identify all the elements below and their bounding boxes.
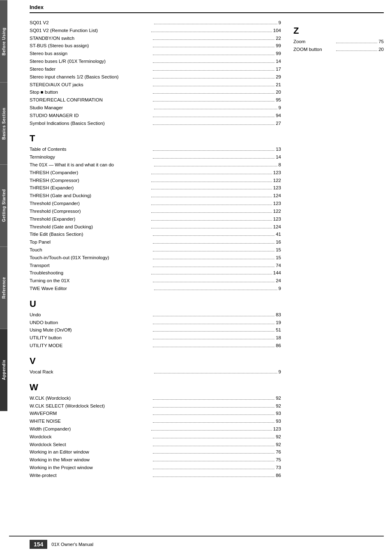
list-item: The 01X — What it is and what it can do …: [30, 161, 281, 169]
list-item: Stereo input channels 1/2 (Basics Sectio…: [30, 74, 281, 81]
list-item: THRESH (Gate and Ducking) 124: [30, 192, 281, 200]
columns-layout: SQ01 V2 9 SQ01 V2 (Remote Function List)…: [30, 19, 384, 480]
list-item: WAVEFORM 93: [30, 410, 281, 417]
left-column: SQ01 V2 9 SQ01 V2 (Remote Function List)…: [30, 19, 281, 480]
page-number: 154: [30, 540, 47, 549]
tab-appendix[interactable]: Appendix: [0, 329, 7, 411]
main-content: Index SQ01 V2 9 SQ01 V2 (Remote Function…: [9, 0, 392, 488]
list-item: UTILITY MODE 86: [30, 342, 281, 350]
list-item: W.CLK SELECT (Wordclock Select) 92: [30, 403, 281, 410]
list-item: Undo 83: [30, 311, 281, 319]
list-item: Top Panel 16: [30, 239, 281, 246]
tab-getting-started[interactable]: Getting Started: [0, 164, 7, 246]
footer-divider: [9, 536, 384, 537]
list-item: Working in an Editor window 76: [30, 449, 281, 456]
list-item: Stereo buses L/R (01X Terminology) 14: [30, 58, 281, 65]
s-section: SQ01 V2 9 SQ01 V2 (Remote Function List)…: [30, 19, 281, 127]
tab-before-using[interactable]: Before Using: [0, 0, 7, 82]
list-item: Terminology 14: [30, 154, 281, 161]
list-item: SQ01 V2 9: [30, 19, 281, 27]
list-item: Threshold (Gate and Ducking) 124: [30, 223, 281, 231]
z-section: Z Zoom 75 ZOOM button 20: [293, 25, 384, 53]
list-item: ST-BUS (Stereo bus assign) 99: [30, 42, 281, 50]
list-item: Using Mute (On/Off) 51: [30, 327, 281, 334]
section-letter-t: T: [30, 133, 281, 144]
list-item: Width (Compander) 123: [30, 426, 281, 433]
list-item: Zoom 75: [293, 38, 384, 46]
section-letter-z: Z: [293, 25, 384, 36]
list-item: Wordclock 92: [30, 433, 281, 441]
w-section: W W.CLK (Wordclock) 92 W.CLK SELECT (Wor…: [30, 382, 281, 479]
list-item: Symbol Indications (Basics Section) 27: [30, 120, 281, 127]
list-item: Table of Contents 13: [30, 146, 281, 153]
list-item: THRESH (Compander) 123: [30, 169, 281, 177]
list-item: Studio Manager 9: [30, 104, 281, 112]
list-item: Touch 15: [30, 246, 281, 254]
list-item: Turning on the 01X 24: [30, 277, 281, 285]
list-item: STUDIO MANAGER ID 94: [30, 112, 281, 120]
t-section: T Table of Contents 13 Terminology 14 Th…: [30, 133, 281, 292]
list-item: THRESH (Expander) 123: [30, 184, 281, 192]
list-item: STEREO/AUX OUT jacks 21: [30, 81, 281, 89]
v-section: V Vocal Rack 9: [30, 356, 281, 376]
list-item: UNDO button 19: [30, 319, 281, 327]
list-item: STANDBY/ON switch 22: [30, 35, 281, 42]
list-item: Vocal Rack 9: [30, 368, 281, 376]
tab-reference[interactable]: Reference: [0, 246, 7, 329]
list-item: Transport 74: [30, 262, 281, 269]
side-tabs: Before Using Basics Section Getting Star…: [0, 0, 7, 555]
page-title: Index: [30, 4, 44, 10]
list-item: Troubleshooting 144: [30, 269, 281, 277]
list-item: Write-protect 86: [30, 472, 281, 479]
list-item: Title Edit (Basics Section) 41: [30, 231, 281, 238]
list-item: Wordclock Select 92: [30, 441, 281, 449]
list-item: Stereo fader 17: [30, 66, 281, 73]
page-footer: 154 01X Owner's Manual: [9, 540, 392, 549]
right-column: Z Zoom 75 ZOOM button 20: [293, 19, 384, 480]
page-header: Index: [30, 4, 384, 13]
list-item: THRESH (Compressor) 122: [30, 177, 281, 184]
list-item: STORE/RECALL CONFIRMATION 95: [30, 97, 281, 104]
list-item: WHITE NOISE 93: [30, 418, 281, 425]
tab-basics-section[interactable]: Basics Section: [0, 82, 7, 164]
u-section: U Undo 83 UNDO button 19 Using Mute (On/…: [30, 299, 281, 350]
list-item: TWE Wave Editor 9: [30, 285, 281, 292]
list-item: UTILITY button 18: [30, 334, 281, 342]
section-letter-v: V: [30, 356, 281, 366]
list-item: Threshold (Compressor) 122: [30, 208, 281, 215]
list-item: Stop ■ button 20: [30, 89, 281, 96]
footer-text: 01X Owner's Manual: [51, 542, 93, 547]
section-letter-w: W: [30, 382, 281, 393]
list-item: Working in the Mixer window 75: [30, 456, 281, 464]
list-item: Stereo bus assign 99: [30, 50, 281, 58]
list-item: Working in the Project window 73: [30, 464, 281, 472]
section-letter-u: U: [30, 299, 281, 309]
list-item: Threshold (Expander) 123: [30, 216, 281, 223]
list-item: W.CLK (Wordclock) 92: [30, 395, 281, 402]
list-item: ZOOM button 20: [293, 46, 384, 53]
list-item: SQ01 V2 (Remote Function List) 104: [30, 27, 281, 35]
list-item: Threshold (Compander) 123: [30, 200, 281, 207]
tab-spacer: [0, 411, 7, 555]
list-item: Touch-in/Touch-out (01X Terminology) 15: [30, 254, 281, 262]
